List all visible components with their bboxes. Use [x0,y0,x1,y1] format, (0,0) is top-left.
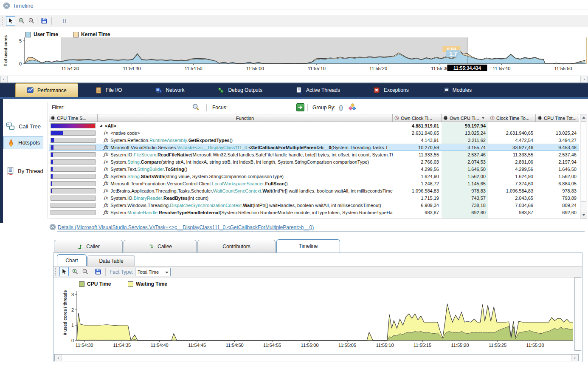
cpu-time-label: CPU Time [87,281,111,287]
function-name-cell[interactable]: ƒxSystem.Text.StringBuilder.ToString() [98,165,393,173]
cpu-timeline-chart[interactable]: 0511:54:3011:54:4011:54:5011:55:0011:55:… [0,28,588,76]
toolbar-grip[interactable] [55,268,56,275]
fact-type-dropdown[interactable]: Total Time [135,268,171,276]
scroll-up-icon[interactable] [580,114,587,121]
svg-text:11:55:30: 11:55:30 [526,343,544,348]
focus-input[interactable] [231,103,296,112]
scrollbar-thumb[interactable] [581,121,586,202]
function-name-cell[interactable]: ƒx<native code> [98,129,393,136]
chart-hscrollbar[interactable]: ‹ › [54,354,579,361]
scroll-right-icon[interactable]: › [571,355,578,361]
tab-performance[interactable]: Performance [15,83,78,97]
function-row[interactable]: ƒxJetBrains.Application.Threading.Tasks.… [49,187,579,194]
save-icon [41,17,48,24]
select-tool-button[interactable] [59,267,69,276]
function-icon: ƒx [104,195,108,201]
tab-callee[interactable]: Callee [124,240,197,253]
svg-text:11:55:00: 11:55:00 [246,66,264,71]
group-by-fields-button[interactable] [348,103,356,111]
focus-go-button[interactable] [296,103,304,111]
select-tool-button[interactable] [6,16,15,26]
function-row[interactable]: ƒx<native code>2.631.940,6513.025,242.63… [49,129,579,136]
tab-exceptions[interactable]: Exceptions [362,83,420,97]
function-row[interactable]: ƒxSystem.IO.BinaryReader.ReadBytes(int c… [49,194,579,201]
filter-input[interactable] [69,103,194,112]
clock-time-total-cell: 33.927,46 [488,144,536,151]
function-name-cell[interactable]: ƒxSystem.Reflection.RuntimeAssembly.GetE… [98,136,393,144]
function-name-cell[interactable]: ƒxSystem.Windows.Threading.DispatcherSyn… [98,201,393,209]
sidebar-item-hotspots[interactable]: Hotspots [3,136,43,149]
cursor-icon [61,268,68,275]
function-row[interactable]: ƒxSystem.IO.FileStream.ReadFileNative(Mi… [49,151,579,158]
function-name-cell[interactable]: ƒxMicrosoft.VisualStudio.Services.VsTask… [98,144,393,151]
cpu-time-share-bar [51,145,96,150]
function-row[interactable]: ƒxSystem.Text.StringBuilder.ToString()4.… [49,165,579,173]
tab-active-threads[interactable]: Active Threads [284,83,351,97]
save-button[interactable] [93,267,103,276]
tab-caller[interactable]: Caller [54,240,123,253]
collapse-timeline-button[interactable] [3,2,10,9]
function-row[interactable]: ƒxSystem.Windows.Threading.DispatcherSyn… [49,201,579,209]
function-name-cell[interactable]: ƒxJetBrains.Application.Threading.Tasks.… [98,187,393,194]
pause-button[interactable] [60,16,69,26]
scroll-down-icon[interactable] [580,212,587,218]
tab-debug-outputs[interactable]: Debug Outputs [206,83,273,97]
sidebar-item-by-thread[interactable]: By Thread [6,167,43,175]
tab-timeline[interactable]: Timeline [276,239,340,253]
function-row[interactable]: ƒxMicrosoft.VisualStudio.Services.VsTask… [49,144,579,151]
scroll-left-icon[interactable]: ‹ [55,355,62,361]
scroll-right-icon[interactable]: › [580,76,588,82]
row-expander-icon[interactable] [99,124,102,127]
tab-label: Active Threads [306,87,340,93]
function-name-cell[interactable]: <All> [98,122,393,129]
column-header-own-cpu-time[interactable]: Own CPU Ti... [442,114,488,122]
tab-modules[interactable]: Modules [431,83,483,97]
save-button[interactable] [39,16,49,26]
cpu-time-total-cell: 1.646,50 [536,165,579,173]
function-name-cell[interactable]: ƒxMicrosoft.TeamFoundation.VersionContro… [98,180,393,187]
function-row[interactable]: ƒxMicrosoft.TeamFoundation.VersionContro… [49,180,579,187]
svg-text:11:54:35: 11:54:35 [113,343,131,348]
column-header-cpu-time-total[interactable]: CPU Time Tot... [536,114,579,122]
column-header-clock-time-total[interactable]: Clock Time To... [488,114,536,122]
function-name-cell[interactable]: ƒxSystem.String.StartsWith(string value,… [98,173,393,180]
function-row[interactable]: ƒxSystem.String.Compare(string strA, int… [49,158,579,165]
toolbar-grip[interactable] [2,17,3,25]
function-row[interactable]: ƒxSystem.Reflection.RuntimeAssembly.GetE… [49,136,579,144]
table-header: CPU Time S... Function Own Clock Ti... O… [49,114,579,122]
column-header-cpu-time-share[interactable]: CPU Time S... [49,114,98,122]
cpu-time-share-bar [51,167,96,172]
function-row[interactable]: ƒxSystem.ModuleHandle.ResolveTypeHandleI… [49,209,579,216]
table-vscrollbar[interactable] [580,114,587,218]
svg-text:11:54:45: 11:54:45 [188,343,206,348]
column-header-own-clock-time[interactable]: Own Clock Ti... [393,114,442,122]
zoom-out-button[interactable] [81,267,90,276]
subtab-chart[interactable]: Chart [57,254,87,266]
zoom-in-button[interactable] [70,267,80,276]
function-row[interactable]: <All>4.881.919,0159.197,94 [49,122,579,129]
collapse-details-button[interactable] [49,224,56,230]
function-name-cell[interactable]: ƒxSystem.IO.BinaryReader.ReadBytes(int c… [98,194,393,201]
group-by-braces-button[interactable]: {} [339,104,343,111]
zoom-out-button[interactable] [27,16,36,26]
file-io-icon [95,87,102,94]
chart-vscrollbar[interactable] [574,277,581,351]
function-timeline-plot[interactable]: 012311:54:3011:54:3511:54:4011:54:4511:5… [53,287,582,353]
tab-network[interactable]: Network [144,83,195,97]
function-name-cell[interactable]: ƒxSystem.IO.FileStream.ReadFileNative(Mi… [98,151,393,158]
subtab-data-table[interactable]: Data Table [87,255,135,266]
function-icon: ƒx [104,166,108,172]
tab-file-io[interactable]: File I/O [84,83,133,97]
scroll-left-icon[interactable]: ‹ [0,76,8,82]
function-name-cell[interactable]: ƒxSystem.ModuleHandle.ResolveTypeHandleI… [98,209,393,216]
column-header-function[interactable]: Function [98,114,393,122]
tab-contributors[interactable]: Contributors [197,240,276,253]
column-label: Clock Time To... [496,116,529,121]
function-row[interactable]: ƒxSystem.String.StartsWith(string value,… [49,173,579,180]
timeline-hscrollbar[interactable]: ‹ › [0,76,588,83]
function-name-cell[interactable]: ƒxSystem.String.Compare(string strA, int… [98,158,393,165]
details-title-link[interactable]: Details (Microsoft.VisualStudio.Services… [58,224,314,230]
function-icon: ƒx [104,173,108,179]
zoom-in-button[interactable] [17,16,26,26]
sidebar-item-call-tree[interactable]: Call Tree [6,122,41,131]
